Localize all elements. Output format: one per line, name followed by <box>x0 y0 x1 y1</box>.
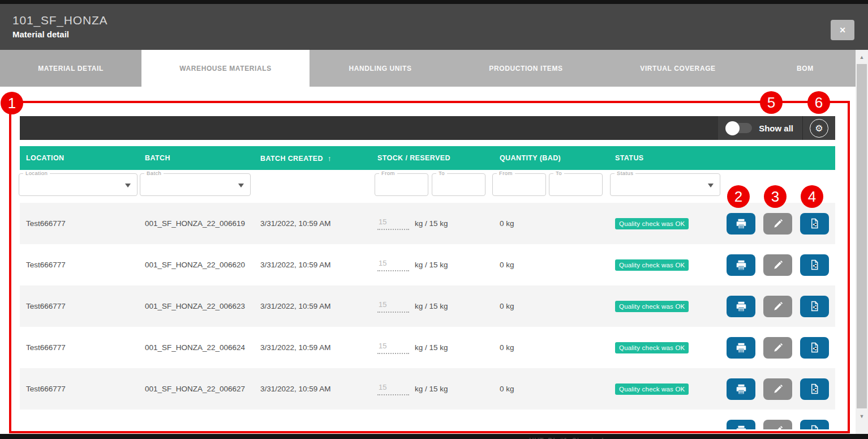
edit-button[interactable] <box>763 213 792 235</box>
printer-icon <box>735 383 747 395</box>
export-button[interactable] <box>800 337 829 359</box>
print-button[interactable] <box>727 254 755 276</box>
stock-quantity-input[interactable]: 15 <box>377 259 409 271</box>
printer-icon <box>735 300 747 313</box>
export-button[interactable] <box>800 296 829 317</box>
quantity-bad-cell: 0 kg <box>495 343 611 352</box>
status-cell: Quality check was OK <box>611 259 719 271</box>
print-button[interactable] <box>727 420 755 430</box>
export-button[interactable] <box>800 378 829 400</box>
location-cell: Test666777 <box>20 261 139 269</box>
location-cell: Test666777 <box>20 302 139 310</box>
column-header-quantity-bad[interactable]: QUANTITY (BAD) <box>495 154 611 162</box>
tab-production-items[interactable]: PRODUCTION ITEMS <box>451 50 601 87</box>
scroll-down-arrow-icon[interactable]: ▼ <box>856 411 868 421</box>
column-header-stock-reserved[interactable]: STOCK / RESERVED <box>373 154 495 162</box>
row-actions <box>719 378 835 400</box>
toggle-knob-icon <box>725 121 740 135</box>
status-cell: Quality check was OK <box>611 383 719 395</box>
chevron-down-icon <box>238 184 244 187</box>
stock-reserved-cell <box>373 428 495 429</box>
row-actions <box>719 337 835 359</box>
batch-created-cell: 3/31/2022, 10:59 AM <box>257 343 373 352</box>
row-actions <box>719 254 835 276</box>
print-button[interactable] <box>727 337 755 359</box>
printer-icon <box>735 218 747 230</box>
filter-batch-select[interactable]: Batch <box>140 173 251 196</box>
printer-icon <box>735 342 747 354</box>
batch-created-cell: 3/31/2022, 10:59 AM <box>257 261 373 269</box>
annotation-marker-2: 2 <box>727 185 750 208</box>
material-detail-modal: 101_SF_HONZA Material detail ✕ MATERIAL … <box>0 0 868 439</box>
table-toolbar: Show all ⚙ <box>20 116 835 140</box>
batch-cell: 001_SF_HONZA_22_006627 <box>139 385 257 393</box>
tab-handling-units[interactable]: HANDLING UNITS <box>310 50 451 87</box>
printer-icon <box>735 259 747 271</box>
column-header-batch[interactable]: BATCH <box>139 154 257 162</box>
annotation-marker-3: 3 <box>764 185 787 208</box>
edit-button[interactable] <box>763 254 792 276</box>
stock-reserved-cell: 15 kg / 15 kg <box>373 342 495 354</box>
print-button[interactable] <box>727 213 755 235</box>
modal-header: 101_SF_HONZA Material detail ✕ <box>0 4 868 50</box>
edit-button[interactable] <box>763 378 792 400</box>
tab-bom[interactable]: BOM <box>755 50 856 87</box>
column-header-batch-created[interactable]: BATCH CREATED↑ <box>257 154 373 163</box>
tab-material-detail[interactable]: MATERIAL DETAIL <box>0 50 141 87</box>
stock-reserved-text: kg / 15 kg <box>415 219 448 228</box>
edit-button[interactable] <box>763 296 792 317</box>
batch-created-cell: 3/31/2022, 10:59 AM <box>257 219 373 228</box>
batch-cell: 001_SF_HONZA_22_006619 <box>139 219 257 228</box>
close-button[interactable]: ✕ <box>831 20 854 40</box>
quantity-bad-cell: 0 kg <box>495 219 611 228</box>
export-button[interactable] <box>800 213 829 235</box>
quantity-bad-cell: 0 kg <box>495 385 611 393</box>
chevron-down-icon <box>708 184 714 187</box>
gear-icon: ⚙ <box>815 123 823 133</box>
column-header-location[interactable]: LOCATION <box>20 154 139 162</box>
table-row: Test666777 001_SF_HONZA_22_006619 3/31/2… <box>20 203 835 244</box>
settings-section: ⚙ <box>802 116 835 140</box>
filter-stock-to-input[interactable]: To <box>432 173 485 196</box>
tab-virtual-coverage[interactable]: VIRTUAL COVERAGE <box>601 50 755 87</box>
stock-reserved-text: kg / 15 kg <box>415 261 448 269</box>
pencil-icon <box>772 342 784 353</box>
annotation-marker-5: 5 <box>760 91 783 114</box>
print-button[interactable] <box>727 296 755 317</box>
location-cell: Test666777 <box>20 385 139 393</box>
page-title: Material detail <box>12 29 69 39</box>
show-all-toggle[interactable] <box>727 123 752 133</box>
column-header-status[interactable]: STATUS <box>611 154 719 162</box>
stock-quantity-input[interactable]: 15 <box>377 218 409 230</box>
stock-quantity-input[interactable]: 15 <box>377 342 409 354</box>
edit-button[interactable] <box>763 420 792 430</box>
file-share-icon <box>809 300 820 312</box>
row-actions <box>719 213 835 235</box>
status-badge: Quality check was OK <box>615 218 689 229</box>
filter-location-select[interactable]: Location <box>19 173 137 196</box>
filter-bad-to-input[interactable]: To <box>549 173 603 196</box>
export-button[interactable] <box>800 254 829 276</box>
top-window-strip <box>0 0 868 4</box>
tab-warehouse-materials[interactable]: WAREHOUSE MATERIALS <box>141 50 310 87</box>
bottom-window-strip: HUT_DL #1_Classical <box>0 434 868 439</box>
export-button[interactable] <box>800 420 829 430</box>
print-button[interactable] <box>727 378 755 400</box>
table-row: Test666777 001_SF_HONZA_22_006624 3/31/2… <box>20 327 835 368</box>
scrollbar-thumb[interactable] <box>857 64 867 408</box>
file-share-icon <box>809 259 820 271</box>
stock-quantity-input[interactable]: 15 <box>377 383 409 395</box>
toolbar-right-section: Show all ⚙ <box>718 116 835 140</box>
filter-bad-from-input[interactable]: From <box>492 173 546 196</box>
stock-quantity-input[interactable]: 15 <box>377 300 409 313</box>
filter-stock-from-input[interactable]: From <box>375 173 428 196</box>
quantity-bad-cell: 0 kg <box>495 261 611 269</box>
settings-button[interactable]: ⚙ <box>810 119 828 138</box>
edit-button[interactable] <box>763 337 792 359</box>
filter-status-select[interactable]: Status <box>610 173 720 196</box>
stock-reserved-text: kg / 15 kg <box>415 343 448 352</box>
scroll-up-arrow-icon[interactable]: ▲ <box>856 52 868 62</box>
pencil-icon <box>772 383 784 395</box>
annotation-marker-1: 1 <box>1 92 23 114</box>
annotation-marker-6: 6 <box>807 91 830 114</box>
